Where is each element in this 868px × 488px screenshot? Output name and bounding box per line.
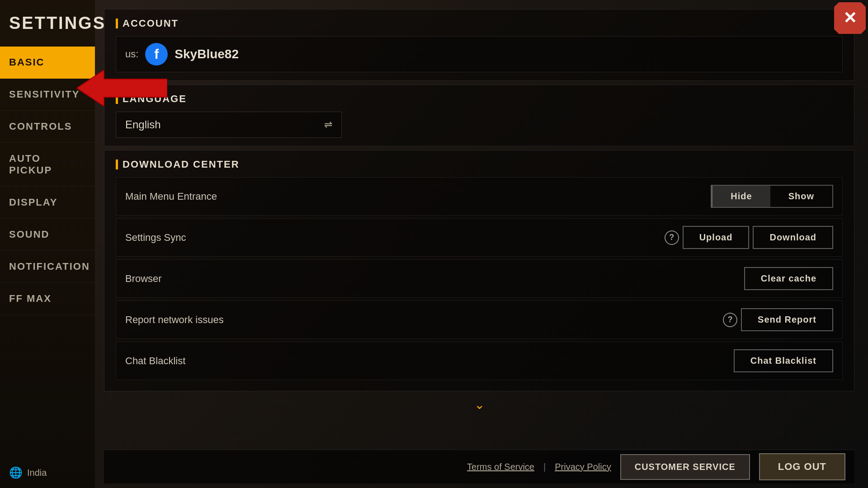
download-center-header: DOWNLOAD CENTER <box>116 159 843 170</box>
browser-row: Browser Clear cache <box>116 259 843 298</box>
account-username: SkyBlue82 <box>175 47 239 61</box>
account-section-header: ACCOUNT <box>116 18 843 29</box>
report-network-actions: ? Send Report <box>716 308 833 331</box>
settings-sync-actions: ? Upload Download <box>658 226 833 249</box>
main-content: ACCOUNT us: f SkyBlue82 LANGUAGE English… <box>104 5 854 483</box>
sidebar-item-sound[interactable]: SOUND <box>0 219 95 251</box>
footer: Terms of Service | Privacy Policy CUSTOM… <box>104 450 854 483</box>
report-network-help-icon[interactable]: ? <box>723 313 737 327</box>
browser-actions: Clear cache <box>741 267 833 290</box>
send-report-button[interactable]: Send Report <box>741 308 833 331</box>
facebook-icon: f <box>145 43 168 66</box>
main-menu-label: Main Menu Entrance <box>125 191 217 202</box>
section-accent-dc <box>116 160 118 169</box>
privacy-policy-link[interactable]: Privacy Policy <box>555 462 611 472</box>
sidebar-item-ff-max[interactable]: FF MAX <box>0 283 95 315</box>
download-center-section: DOWNLOAD CENTER Main Menu Entrance Hide … <box>104 150 854 391</box>
account-status-label: us: <box>125 48 138 60</box>
account-section: ACCOUNT us: f SkyBlue82 <box>104 9 854 81</box>
download-button[interactable]: Download <box>753 226 833 249</box>
settings-title: SETTINGS <box>0 5 95 47</box>
region-selector[interactable]: 🌐 India <box>0 457 95 488</box>
customer-service-button[interactable]: CUSTOMER SERVICE <box>620 454 750 480</box>
svg-marker-0 <box>77 70 167 106</box>
chat-blacklist-actions: Chat Blacklist <box>730 349 833 372</box>
browser-label: Browser <box>125 273 162 285</box>
sidebar-item-display[interactable]: DISPLAY <box>0 187 95 219</box>
account-row: us: f SkyBlue82 <box>116 36 843 72</box>
sidebar-item-controls[interactable]: CONTROLS <box>0 111 95 143</box>
scroll-down-indicator: ⌄ <box>104 395 854 414</box>
close-button[interactable]: ✕ <box>834 2 866 34</box>
red-arrow <box>77 70 167 106</box>
clear-cache-button[interactable]: Clear cache <box>744 267 833 290</box>
chat-blacklist-row: Chat Blacklist Chat Blacklist <box>116 342 843 380</box>
settings-sync-label: Settings Sync <box>125 232 186 244</box>
main-menu-row: Main Menu Entrance Hide Show <box>116 177 843 216</box>
language-section: LANGUAGE English ⇌ <box>104 84 854 146</box>
upload-button[interactable]: Upload <box>683 226 750 249</box>
report-network-row: Report network issues ? Send Report <box>116 300 843 339</box>
settings-sync-help-icon[interactable]: ? <box>665 230 679 245</box>
chat-blacklist-label: Chat Blacklist <box>125 355 185 367</box>
globe-icon: 🌐 <box>9 466 23 479</box>
report-network-label: Report network issues <box>125 314 224 326</box>
chevron-down-icon: ⌄ <box>474 398 485 412</box>
download-center-title: DOWNLOAD CENTER <box>123 159 240 170</box>
settings-sync-row: Settings Sync ? Upload Download <box>116 218 843 257</box>
terms-of-service-link[interactable]: Terms of Service <box>467 462 534 472</box>
sidebar-item-auto-pickup[interactable]: AUTO PICKUP <box>0 143 95 187</box>
language-selector[interactable]: English ⇌ <box>116 112 342 138</box>
close-icon: ✕ <box>843 10 857 26</box>
sidebar-item-notification[interactable]: NOTIFICATION <box>0 251 95 283</box>
chat-blacklist-button[interactable]: Chat Blacklist <box>734 349 833 372</box>
account-title: ACCOUNT <box>123 18 179 29</box>
show-button[interactable]: Show <box>770 186 832 207</box>
hide-button[interactable]: Hide <box>712 186 770 207</box>
section-accent <box>116 19 118 28</box>
swap-icon: ⇌ <box>324 119 332 131</box>
logout-button[interactable]: LOG OUT <box>759 453 845 480</box>
content-area: ACCOUNT us: f SkyBlue82 LANGUAGE English… <box>104 5 854 450</box>
footer-divider: | <box>543 462 546 472</box>
hide-show-toggle: Hide Show <box>711 185 833 208</box>
language-section-header: LANGUAGE <box>116 93 843 105</box>
language-value: English <box>125 118 161 131</box>
